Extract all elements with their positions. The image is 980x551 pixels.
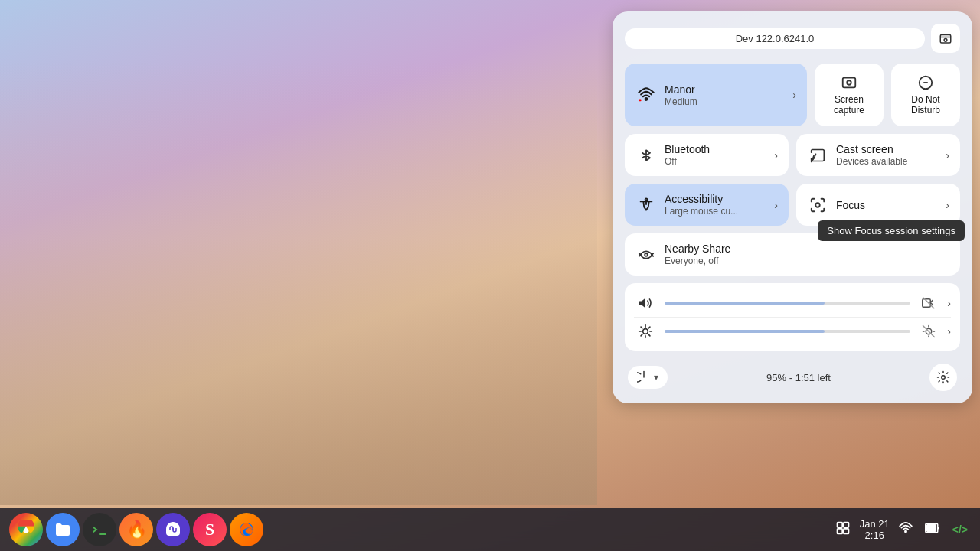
svg-rect-27 [926, 524, 936, 530]
cast-screen-title: Cast screen [836, 143, 942, 155]
bluetooth-tile[interactable]: Bluetooth Off › [625, 134, 789, 176]
files-app-icon[interactable] [46, 513, 80, 546]
accessibility-tile[interactable]: Accessibility Large mouse cu... › [625, 184, 789, 226]
brightness-fill [665, 330, 825, 333]
brightness-chevron[interactable]: › [947, 325, 951, 337]
svg-point-8 [645, 253, 648, 256]
power-chevron-icon: ▾ [654, 372, 658, 383]
cast-screen-icon [807, 148, 828, 163]
bluetooth-subtitle: Off [665, 156, 771, 167]
volume-track[interactable] [665, 302, 910, 305]
clock-date[interactable]: Jan 21 2:16 [860, 518, 890, 541]
mute-display-icon[interactable] [918, 324, 939, 338]
svg-point-15 [643, 329, 648, 334]
accessibility-subtitle: Large mouse cu... [665, 206, 771, 217]
cast-screen-text: Cast screen Devices available [836, 143, 942, 167]
accessibility-icon [635, 197, 657, 214]
battery-status: 95% - 1:51 left [766, 372, 831, 383]
accessibility-chevron: › [774, 199, 778, 211]
bluetooth-text: Bluetooth Off [665, 143, 771, 167]
wifi-text: Manor Medium [665, 83, 789, 107]
taskbar-date: Jan 21 [860, 518, 890, 530]
cast-screen-chevron: › [946, 149, 949, 161]
screenshot-button[interactable] [931, 24, 960, 53]
cast-screen-tile[interactable]: Cast screen Devices available › [796, 134, 960, 176]
brightness-track[interactable] [665, 330, 910, 333]
brightness-icon [634, 324, 657, 339]
svg-rect-24 [844, 528, 849, 533]
taskbar-wifi-icon[interactable] [896, 518, 916, 542]
sliders-section: › › [625, 283, 960, 351]
firefox-app-icon[interactable] [230, 513, 263, 546]
svg-point-2 [645, 98, 648, 100]
svg-rect-23 [837, 528, 842, 533]
do-not-disturb-icon [915, 74, 936, 91]
flame-app-icon[interactable]: 🔥 [119, 513, 153, 546]
accessibility-title: Accessibility [665, 193, 771, 205]
nearby-share-title: Nearby Share [665, 243, 949, 255]
focus-chevron: › [946, 199, 949, 211]
accessibility-text: Accessibility Large mouse cu... [665, 193, 771, 217]
svg-point-6 [645, 198, 648, 201]
version-text: Dev 122.0.6241.0 [736, 33, 815, 44]
svg-rect-21 [837, 522, 842, 527]
nearby-share-icon [635, 246, 657, 263]
focus-icon [807, 197, 828, 214]
focus-title: Focus [836, 199, 942, 211]
taskbar-apps: 🔥 S [0, 513, 832, 546]
volume-slider-row: › [634, 291, 951, 315]
qs-header: Dev 122.0.6241.0 [625, 24, 960, 53]
dev-indicator[interactable]: </> [949, 520, 971, 539]
screen-capture-label: Screen capture [822, 94, 876, 116]
do-not-disturb-label: Do Not Disturb [899, 94, 952, 116]
cast-screen-subtitle: Devices available [836, 156, 942, 167]
svg-point-18 [942, 376, 946, 380]
taskbar-battery-icon[interactable] [922, 518, 943, 542]
taskbar-time: 2:16 [865, 530, 884, 541]
settings-button[interactable] [929, 364, 957, 391]
wifi-title: Manor [665, 83, 789, 96]
brightness-slider-row: › [634, 319, 951, 344]
bluetooth-title: Bluetooth [665, 143, 771, 155]
volume-chevron[interactable]: › [947, 297, 951, 309]
overview-button[interactable] [832, 517, 854, 543]
svg-rect-3 [843, 78, 856, 88]
do-not-disturb-tile[interactable]: Do Not Disturb [891, 64, 960, 126]
svg-rect-22 [844, 522, 849, 527]
chrome-app-icon[interactable] [9, 513, 43, 546]
qs-bottom-bar: ▾ 95% - 1:51 left [625, 359, 960, 391]
screen-capture-tile[interactable]: Screen capture [815, 64, 884, 126]
nearby-share-text: Nearby Share Everyone, off [665, 243, 949, 266]
version-pill: Dev 122.0.6241.0 [625, 28, 925, 49]
bluetooth-icon [635, 147, 657, 164]
focus-tooltip: Show Focus session settings [818, 220, 965, 241]
terminal-app-icon[interactable] [83, 513, 116, 546]
taskbar-right: Jan 21 2:16 </> [832, 517, 980, 543]
quick-settings-panel: Dev 122.0.6241.0 [612, 11, 972, 403]
wifi-tile[interactable]: Manor Medium › [625, 64, 807, 126]
wifi-icon [635, 86, 657, 103]
svg-point-7 [815, 203, 820, 207]
slider-divider [634, 317, 951, 318]
sketchbook-app-icon[interactable]: S [193, 513, 227, 546]
svg-point-1 [944, 38, 947, 41]
screen-capture-icon [838, 74, 860, 91]
focus-text: Focus [836, 199, 942, 211]
power-button[interactable]: ▾ [628, 366, 668, 389]
wifi-chevron: › [792, 89, 796, 101]
mastodon-app-icon[interactable] [156, 513, 190, 546]
svg-point-25 [905, 530, 906, 532]
volume-fill [665, 302, 825, 305]
volume-icon [634, 295, 657, 311]
nearby-share-subtitle: Everyone, off [665, 256, 949, 266]
bluetooth-chevron: › [774, 149, 778, 161]
wifi-subtitle: Medium [665, 96, 789, 107]
svg-line-12 [652, 255, 653, 256]
focus-tile[interactable]: Focus › [796, 184, 960, 226]
taskbar: 🔥 S [0, 508, 980, 551]
svg-line-10 [639, 255, 641, 256]
tooltip-text: Show Focus session settings [827, 225, 956, 236]
svg-point-4 [847, 80, 851, 85]
mute-speaker-icon[interactable] [918, 296, 939, 310]
